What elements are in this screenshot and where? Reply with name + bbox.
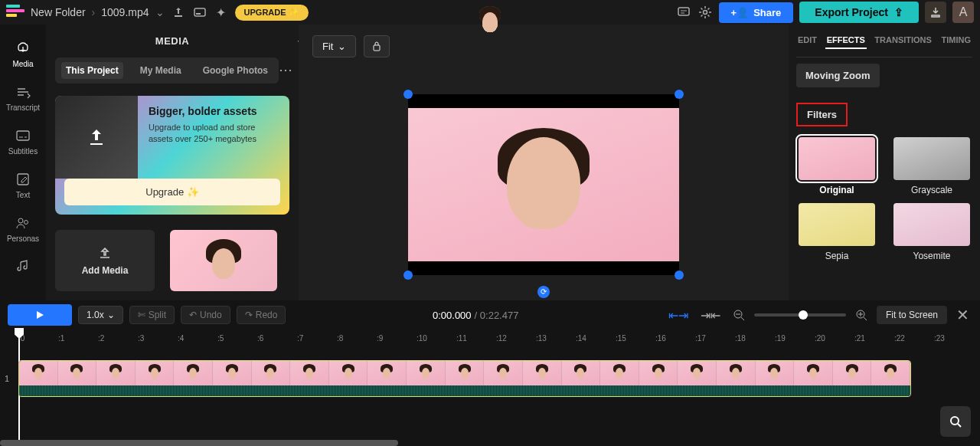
timeline-ruler[interactable]: :0:1:2:3:4:5:6:7:8:9:10:11:12:13:14:15:1… <box>0 330 980 346</box>
filter-thumb-original <box>799 137 875 180</box>
upgrade-button[interactable]: Upgrade ✨ <box>64 179 280 205</box>
upgrade-desc: Upgrade to upload and store assets over … <box>149 122 279 146</box>
tab-this-project[interactable]: This Project <box>61 62 123 79</box>
search-icon[interactable] <box>940 406 971 437</box>
resize-handle-tl[interactable] <box>403 90 413 99</box>
gear-icon[interactable] <box>697 5 713 20</box>
track-number: 1 <box>5 374 18 383</box>
tab-transitions[interactable]: TRANSITIONS <box>873 32 933 49</box>
fit-to-screen-button[interactable]: Fit to Screen <box>877 306 947 324</box>
selected-clip[interactable]: ⟳ <box>408 94 679 275</box>
caption-icon[interactable] <box>192 5 207 20</box>
lock-button[interactable] <box>364 35 390 57</box>
folder-name[interactable]: New Folder <box>31 6 86 18</box>
fit-dropdown[interactable]: Fit⌄ <box>312 35 356 57</box>
horizontal-scrollbar[interactable] <box>0 440 398 446</box>
redo-button[interactable]: ↷Redo <box>237 306 286 324</box>
undo-button[interactable]: ↶Undo <box>181 306 230 324</box>
controls-bar: 1.0x⌄ ✄Split ↶Undo ↷Redo 0:00.000 / 0:22… <box>0 300 980 330</box>
zoom-slider-thumb[interactable] <box>799 310 808 320</box>
svg-point-20 <box>951 417 959 425</box>
upgrade-pill[interactable]: UPGRADE ✨ <box>235 5 309 21</box>
preview-area: Fit⌄ ⟳ <box>299 25 789 300</box>
play-button[interactable] <box>8 304 72 326</box>
ruler-tick: :6 <box>257 334 297 343</box>
tab-timing[interactable]: TIMING <box>939 32 972 49</box>
close-icon[interactable]: ✕ <box>953 306 972 324</box>
ruler-tick: :20 <box>815 334 854 343</box>
breadcrumb[interactable]: New Folder › 1009.mp4 ⌄ <box>31 6 165 18</box>
snap-icon[interactable]: ⇤⇥ <box>665 308 691 323</box>
chevron-down-icon[interactable]: ⌄ <box>155 6 165 18</box>
rotate-handle[interactable]: ⟳ <box>537 286 550 298</box>
ruler-tick: :23 <box>934 334 974 343</box>
media-thumbnail[interactable] <box>170 230 277 291</box>
filter-grayscale[interactable]: Grayscale <box>891 137 972 195</box>
add-media-button[interactable]: Add Media <box>55 230 155 291</box>
svg-rect-0 <box>194 8 205 16</box>
ruler-tick: :7 <box>297 334 337 343</box>
tab-effects[interactable]: EFFECTS <box>825 32 867 49</box>
scissors-icon: ✄ <box>138 310 145 320</box>
sidenav-media[interactable]: Media <box>0 32 46 76</box>
upload-icon[interactable] <box>171 5 186 20</box>
file-name[interactable]: 1009.mp4 <box>101 6 149 18</box>
resize-handle-tr[interactable] <box>675 90 684 99</box>
ruler-tick: :11 <box>456 334 496 343</box>
ruler-tick: :14 <box>576 334 616 343</box>
tab-my-media[interactable]: My Media <box>136 62 186 79</box>
timecode: 0:00.000 / 0:22.477 <box>433 310 518 321</box>
filter-yosemite[interactable]: Yosemite <box>891 203 972 261</box>
sidenav-subtitles[interactable]: Subtitles <box>0 120 46 163</box>
ruler-tick: :18 <box>735 334 775 343</box>
filter-thumb-yosemite <box>893 203 970 246</box>
more-icon[interactable]: ⋯ <box>279 61 292 78</box>
ruler-tick: :15 <box>616 334 655 343</box>
ruler-tick: :19 <box>775 334 815 343</box>
chevron-right-icon: › <box>92 6 96 18</box>
export-button[interactable]: Export Project⇪ <box>799 2 919 23</box>
tab-edit[interactable]: EDIT <box>796 32 818 49</box>
video-frame <box>475 114 612 260</box>
sidenav-audio[interactable] <box>0 251 46 283</box>
moving-zoom-button[interactable]: Moving Zoom <box>796 64 880 87</box>
filter-original[interactable]: Original <box>796 137 877 195</box>
chevron-down-icon: ⌄ <box>338 41 346 52</box>
plus-upload-icon <box>97 245 113 261</box>
sidenav-text[interactable]: Text <box>0 163 46 207</box>
zoom-slider[interactable] <box>754 313 846 316</box>
canvas[interactable]: ⟳ <box>299 68 789 300</box>
svg-line-14 <box>741 317 744 320</box>
sparkle-icon[interactable]: ✦ <box>214 5 229 20</box>
split-button[interactable]: ✄Split <box>129 306 175 324</box>
comment-icon[interactable] <box>676 5 691 20</box>
ruler-tick: :3 <box>138 334 178 343</box>
undo-icon: ↶ <box>189 310 197 320</box>
sidenav-personas[interactable]: Personas <box>0 207 46 251</box>
filter-sepia[interactable]: Sepia <box>796 203 877 261</box>
avatar[interactable]: A <box>952 2 974 23</box>
ruler-tick: :16 <box>655 334 695 343</box>
filters-section-title: Filters <box>796 103 848 126</box>
svg-rect-1 <box>196 13 201 15</box>
trim-icon[interactable]: ⇥⇤ <box>697 308 724 323</box>
resize-handle-bl[interactable] <box>403 271 413 280</box>
side-nav: Media Transcript Subtitles Text Personas <box>0 25 46 300</box>
media-icon <box>15 40 31 57</box>
ruler-tick: :0 <box>18 334 58 343</box>
share-button[interactable]: +👤Share <box>719 2 794 23</box>
download-icon[interactable] <box>925 2 946 23</box>
app-logo[interactable] <box>6 5 24 20</box>
zoom-out-icon[interactable] <box>730 309 748 321</box>
zoom-in-icon[interactable] <box>852 309 871 321</box>
media-panel: MEDIA ‹ ⋯ This Project My Media Google P… <box>46 25 299 300</box>
timeline-clip[interactable] <box>18 360 911 397</box>
subtitles-icon <box>15 127 31 144</box>
speed-dropdown[interactable]: 1.0x⌄ <box>78 306 123 324</box>
svg-point-11 <box>24 221 28 225</box>
sidenav-transcript[interactable]: Transcript <box>0 76 46 120</box>
filter-thumb-sepia <box>799 203 875 246</box>
resize-handle-br[interactable] <box>675 271 684 280</box>
tab-google-photos[interactable]: Google Photos <box>198 62 273 79</box>
track-row: 1 <box>0 360 980 397</box>
